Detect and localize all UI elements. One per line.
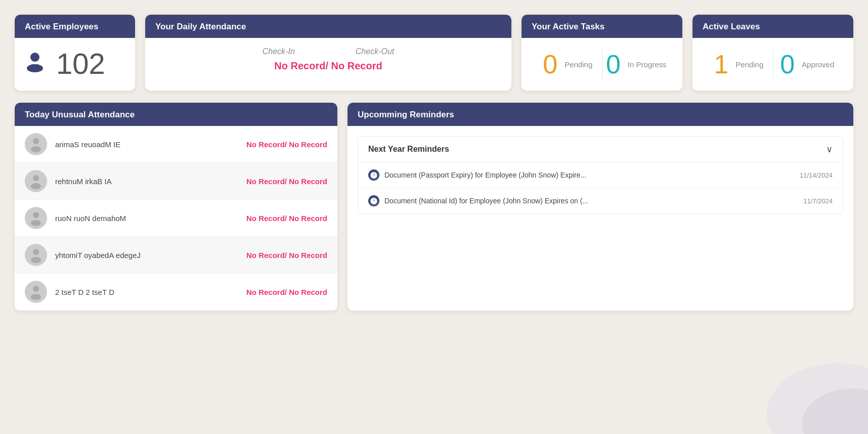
active-employees-card: Active Employees 102 xyxy=(14,14,136,91)
avatar xyxy=(25,281,47,303)
no-record-status: No Record/ No Record xyxy=(246,140,327,149)
svg-point-10 xyxy=(31,257,41,263)
reminder-item: Document (Passport Expiry) for Employee … xyxy=(358,162,843,188)
svg-point-3 xyxy=(33,138,39,144)
avatar xyxy=(25,244,47,266)
attendance-values: No Record/ No Record xyxy=(274,60,382,72)
active-tasks-body: 0 Pending 0 In Progress xyxy=(522,38,682,91)
reminder-text: Document (National Id) for Employee (Joh… xyxy=(384,197,588,205)
employee-name: rehtnuM irkaB IA xyxy=(55,177,238,186)
reminders-card: Upcomming Reminders Next Year Reminders … xyxy=(347,102,854,311)
reminders-group-title: Next Year Reminders xyxy=(368,145,449,154)
employee-name: 2 tseT D 2 tseT D xyxy=(55,288,238,296)
tasks-pending-stat: 0 Pending xyxy=(534,51,602,77)
avatar xyxy=(25,133,47,155)
svg-point-11 xyxy=(33,286,39,292)
unusual-attendance-card: Today Unusual Attendance arimaS reuoadM … xyxy=(14,102,338,311)
clock-icon xyxy=(368,195,379,206)
reminder-date: 11/14/2024 xyxy=(800,171,833,179)
svg-point-14 xyxy=(802,388,868,434)
reminder-text-wrap: Document (Passport Expiry) for Employee … xyxy=(368,169,794,181)
leaves-approved-label: Approved xyxy=(802,60,834,69)
no-record-status: No Record/ No Record xyxy=(246,177,327,186)
tasks-pending-count: 0 xyxy=(543,51,557,77)
employee-count: 102 xyxy=(56,49,105,78)
leaves-approved-count: 0 xyxy=(780,51,795,77)
attendance-list-item: ruoN ruoN demahoM No Record/ No Record xyxy=(15,200,337,237)
svg-point-12 xyxy=(31,294,41,300)
clock-icon xyxy=(368,169,379,181)
active-leaves-title: Active Leaves xyxy=(692,15,853,38)
reminder-items-list: Document (Passport Expiry) for Employee … xyxy=(358,162,843,213)
leaves-approved-stat: 0 Approved xyxy=(773,51,842,77)
reminders-group-header[interactable]: Next Year Reminders ∨ xyxy=(358,137,843,162)
employee-name: arimaS reuoadM IE xyxy=(55,140,238,149)
tasks-inprogress-count: 0 xyxy=(606,51,621,77)
svg-rect-2 xyxy=(31,64,39,69)
svg-point-9 xyxy=(33,249,39,255)
check-in-label: Check-In xyxy=(263,47,295,56)
chevron-down-icon: ∨ xyxy=(826,144,833,155)
svg-point-13 xyxy=(767,363,868,434)
reminder-text-wrap: Document (National Id) for Employee (Joh… xyxy=(368,195,797,206)
avatar xyxy=(25,207,47,229)
daily-attendance-body: Check-In Check-Out No Record/ No Record xyxy=(145,38,511,83)
active-tasks-title: Your Active Tasks xyxy=(522,15,682,38)
unusual-attendance-list[interactable]: arimaS reuoadM IE No Record/ No Record r… xyxy=(15,126,337,311)
svg-point-8 xyxy=(31,220,41,226)
tasks-inprogress-stat: 0 In Progress xyxy=(602,51,671,77)
reminders-body: Next Year Reminders ∨ Document (Passport… xyxy=(348,126,853,228)
leaves-pending-count: 1 xyxy=(714,51,728,77)
no-record-status: No Record/ No Record xyxy=(246,214,327,223)
leaves-pending-stat: 1 Pending xyxy=(705,51,773,77)
reminder-text: Document (Passport Expiry) for Employee … xyxy=(384,171,586,179)
reminders-title: Upcomming Reminders xyxy=(348,103,853,126)
reminders-group: Next Year Reminders ∨ Document (Passport… xyxy=(358,136,843,214)
tasks-pending-label: Pending xyxy=(565,60,592,69)
tasks-inprogress-label: In Progress xyxy=(628,60,667,69)
active-employees-body: 102 xyxy=(15,38,135,91)
daily-attendance-title: Your Daily Attendance xyxy=(145,15,511,38)
employee-icon xyxy=(23,50,47,77)
svg-point-5 xyxy=(33,175,39,181)
reminder-date: 11/7/2024 xyxy=(803,197,833,205)
svg-point-7 xyxy=(33,212,39,218)
employee-name: ruoN ruoN demahoM xyxy=(55,214,238,223)
attendance-list-item: rehtnuM irkaB IA No Record/ No Record xyxy=(15,163,337,200)
active-leaves-body: 1 Pending 0 Approved xyxy=(692,38,853,91)
check-out-label: Check-Out xyxy=(356,47,394,56)
no-record-status: No Record/ No Record xyxy=(246,251,327,259)
attendance-list-item: arimaS reuoadM IE No Record/ No Record xyxy=(15,126,337,163)
active-employees-title: Active Employees xyxy=(15,15,135,38)
avatar xyxy=(25,170,47,192)
attendance-labels: Check-In Check-Out xyxy=(263,47,395,56)
svg-point-0 xyxy=(30,53,39,62)
employee-name: yhtomiT oyabedA edegeJ xyxy=(55,251,238,259)
active-tasks-card: Your Active Tasks 0 Pending 0 In Progres… xyxy=(521,14,683,91)
active-leaves-card: Active Leaves 1 Pending 0 Approved xyxy=(692,14,854,91)
svg-point-4 xyxy=(31,146,41,152)
unusual-attendance-title: Today Unusual Attendance xyxy=(15,103,337,126)
attendance-list-item: yhtomiT oyabedA edegeJ No Record/ No Rec… xyxy=(15,237,337,274)
daily-attendance-card: Your Daily Attendance Check-In Check-Out… xyxy=(145,14,512,91)
no-record-status: No Record/ No Record xyxy=(246,288,327,296)
svg-point-6 xyxy=(31,183,41,189)
reminder-item: Document (National Id) for Employee (Joh… xyxy=(358,188,843,213)
leaves-pending-label: Pending xyxy=(735,60,763,69)
attendance-list-item: 2 tseT D 2 tseT D No Record/ No Record xyxy=(15,274,337,311)
